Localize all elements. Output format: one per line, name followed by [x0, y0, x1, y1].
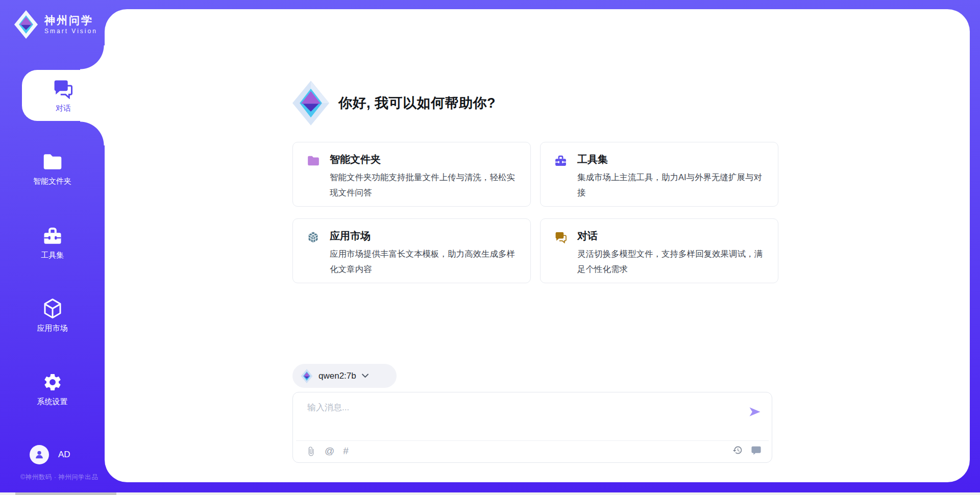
horizontal-scrollbar[interactable] [0, 492, 980, 495]
comment-icon [751, 445, 762, 455]
sidebar-item-chat[interactable]: 对话 [22, 70, 105, 121]
user-label: AD [58, 450, 70, 460]
send-button[interactable] [747, 405, 763, 420]
attachment-button[interactable] [306, 446, 316, 457]
cube-icon [307, 231, 321, 243]
brand-subtitle: Smart Vision [44, 28, 97, 35]
person-icon [34, 449, 45, 460]
history-icon [732, 445, 743, 455]
model-selector[interactable]: qwen2:7b [292, 364, 397, 388]
scrollbar-thumb[interactable] [15, 492, 116, 495]
composer-right-tools [732, 445, 762, 455]
card-description: 智能文件夹功能支持批量文件上传与清洗，轻松实现文件问答 [330, 169, 517, 200]
message-input[interactable] [306, 401, 732, 436]
sidebar-item-label: 应用市场 [37, 324, 68, 333]
topic-button[interactable]: # [343, 445, 349, 457]
model-name: qwen2:7b [318, 371, 356, 381]
user-menu[interactable]: AD [30, 445, 70, 464]
card-chat[interactable]: 对话 灵活切换多模型文件，支持多样回复效果调试，满足个性化需求 [540, 218, 778, 283]
card-description: 集成市场上主流工具，助力AI与外界无缝扩展与对接 [577, 169, 765, 200]
composer-divider [296, 440, 769, 441]
sidebar-item-app-market[interactable]: 应用市场 [0, 290, 105, 341]
toolbox-icon [554, 155, 569, 167]
brand-diamond-logo [292, 81, 329, 126]
chat-icon [52, 78, 75, 100]
sidebar-item-toolset[interactable]: 工具集 [0, 217, 105, 268]
sidebar-item-settings[interactable]: 系统设置 [0, 363, 105, 414]
folder-icon [307, 155, 321, 167]
card-title: 对话 [577, 229, 598, 243]
greeting-row: 你好, 我可以如何帮助你? [292, 81, 496, 126]
history-button[interactable] [732, 445, 743, 455]
sidebar: 神州问学 Smart Vision 对话 智能文件夹 [0, 0, 105, 495]
comment-button[interactable] [751, 445, 762, 455]
model-diamond-icon [301, 369, 313, 383]
sidebar-item-smart-folder[interactable]: 智能文件夹 [0, 143, 105, 194]
gear-icon [41, 371, 64, 393]
card-smart-folder[interactable]: 智能文件夹 智能文件夹功能支持批量文件上传与清洗，轻松实现文件问答 [292, 142, 531, 207]
sidebar-footer: ©神州数码 · 神州问学出品 [20, 473, 107, 482]
mention-button[interactable]: @ [325, 445, 334, 457]
brand-name: 神州问学 [44, 14, 97, 27]
feature-cards: 智能文件夹 智能文件夹功能支持批量文件上传与清洗，轻松实现文件问答 工具集 集成… [292, 142, 778, 283]
page-title: 你好, 我可以如何帮助你? [338, 94, 496, 112]
card-title: 工具集 [577, 153, 608, 166]
main-panel: 你好, 我可以如何帮助你? 智能文件夹 智能文件夹功能支持批量文件上传与清洗，轻… [105, 9, 970, 482]
card-description: 灵活切换多模型文件，支持多样回复效果调试，满足个性化需求 [577, 246, 765, 277]
brand: 神州问学 Smart Vision [13, 10, 97, 39]
folder-icon [41, 151, 64, 173]
sidebar-item-label: 系统设置 [37, 397, 68, 407]
avatar [30, 445, 49, 464]
brand-diamond-logo [13, 10, 39, 39]
toolbox-icon [41, 225, 64, 247]
sidebar-item-label: 智能文件夹 [33, 177, 71, 186]
chat-icon [554, 231, 569, 243]
sidebar-item-label: 对话 [56, 104, 71, 113]
card-description: 应用市场提供丰富长文本模板，助力高效生成多样化文章内容 [330, 246, 517, 277]
send-icon [748, 405, 762, 419]
card-title: 应用市场 [330, 229, 371, 243]
cube-icon [41, 298, 64, 320]
sidebar-item-label: 工具集 [41, 251, 64, 260]
message-composer: @ # [292, 392, 772, 463]
paperclip-icon [306, 446, 316, 457]
card-toolset[interactable]: 工具集 集成市场上主流工具，助力AI与外界无缝扩展与对接 [540, 142, 778, 207]
card-app-market[interactable]: 应用市场 应用市场提供丰富长文本模板，助力高效生成多样化文章内容 [292, 218, 531, 283]
chevron-down-icon [362, 374, 369, 378]
card-title: 智能文件夹 [330, 153, 381, 166]
composer-left-tools: @ # [306, 445, 349, 457]
